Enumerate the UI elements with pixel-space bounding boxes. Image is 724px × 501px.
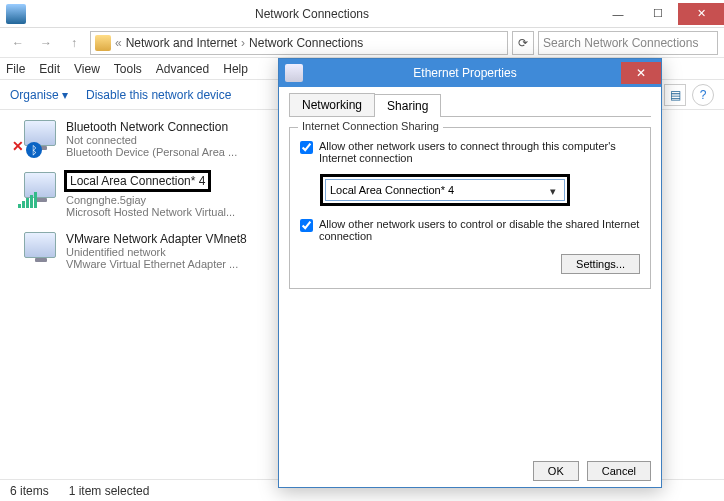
forward-button[interactable]: → (34, 31, 58, 55)
connection-name: VMware Network Adapter VMnet8 (66, 232, 247, 246)
help-button[interactable]: ? (692, 84, 714, 106)
home-connection-dropdown[interactable]: Local Area Connection* 4 ▾ (325, 179, 565, 201)
back-button[interactable]: ← (6, 31, 30, 55)
location-icon (95, 35, 111, 51)
minimize-button[interactable]: — (598, 3, 638, 25)
maximize-button[interactable]: ☐ (638, 3, 678, 25)
connection-icon: ✕ ᛒ (12, 120, 56, 156)
menu-edit[interactable]: Edit (39, 62, 60, 76)
connection-status: Congnghe.5giay (66, 194, 235, 206)
ok-button[interactable]: OK (533, 461, 579, 481)
menu-advanced[interactable]: Advanced (156, 62, 209, 76)
cancel-button[interactable]: Cancel (587, 461, 651, 481)
disable-device-button[interactable]: Disable this network device (86, 88, 231, 102)
connection-status: Not connected (66, 134, 237, 146)
connection-name: Local Area Connection* 4 (64, 170, 211, 192)
menu-tools[interactable]: Tools (114, 62, 142, 76)
menu-file[interactable]: File (6, 62, 25, 76)
close-button[interactable]: ✕ (678, 3, 724, 25)
dialog-tabs: Networking Sharing (289, 93, 651, 117)
refresh-button[interactable]: ⟳ (512, 31, 534, 55)
breadcrumb-item[interactable]: Network and Internet (126, 36, 237, 50)
settings-button[interactable]: Settings... (561, 254, 640, 274)
breadcrumb-item[interactable]: Network Connections (249, 36, 363, 50)
connection-name: Bluetooth Network Connection (66, 120, 237, 134)
address-bar[interactable]: « Network and Internet › Network Connect… (90, 31, 508, 55)
up-button[interactable]: ↑ (62, 31, 86, 55)
disconnected-icon: ✕ (12, 138, 24, 154)
dialog-title: Ethernet Properties (309, 66, 621, 80)
connection-device: VMware Virtual Ethernet Adapter ... (66, 258, 247, 270)
chevron-down-icon: ▾ (545, 183, 561, 199)
dropdown-value: Local Area Connection* 4 (330, 184, 454, 196)
menu-help[interactable]: Help (223, 62, 248, 76)
allow-connect-label: Allow other network users to connect thr… (319, 140, 640, 164)
allow-control-checkbox[interactable]: Allow other network users to control or … (300, 218, 640, 242)
breadcrumb-prefix: « (115, 36, 122, 50)
connection-icon (12, 172, 56, 208)
connection-device: Bluetooth Device (Personal Area ... (66, 146, 237, 158)
app-icon (6, 4, 26, 24)
connection-icon (12, 232, 56, 268)
group-legend: Internet Connection Sharing (298, 120, 443, 132)
allow-connect-checkbox[interactable]: Allow other network users to connect thr… (300, 140, 640, 164)
item-count: 6 items (10, 484, 49, 498)
allow-control-label: Allow other network users to control or … (319, 218, 640, 242)
connection-status: Unidentified network (66, 246, 247, 258)
window-titlebar: Network Connections — ☐ ✕ (0, 0, 724, 28)
allow-connect-input[interactable] (300, 141, 313, 154)
menu-view[interactable]: View (74, 62, 100, 76)
connection-device: Microsoft Hosted Network Virtual... (66, 206, 235, 218)
allow-control-input[interactable] (300, 219, 313, 232)
nav-bar: ← → ↑ « Network and Internet › Network C… (0, 28, 724, 58)
signal-icon (18, 192, 37, 208)
tab-networking[interactable]: Networking (289, 93, 375, 116)
breadcrumb-sep-icon: › (241, 36, 245, 50)
dialog-close-button[interactable]: ✕ (621, 62, 661, 84)
ics-group: Internet Connection Sharing Allow other … (289, 127, 651, 289)
properties-dialog: Ethernet Properties ✕ Networking Sharing… (278, 58, 662, 488)
search-input[interactable]: Search Network Connections (538, 31, 718, 55)
tab-sharing[interactable]: Sharing (374, 94, 441, 117)
dialog-titlebar: Ethernet Properties ✕ (279, 59, 661, 87)
details-pane-button[interactable]: ▤ (664, 84, 686, 106)
search-placeholder: Search Network Connections (543, 36, 698, 50)
organise-button[interactable]: Organise ▾ (10, 88, 68, 102)
selection-count: 1 item selected (69, 484, 150, 498)
dialog-icon (285, 64, 303, 82)
window-title: Network Connections (26, 7, 598, 21)
bluetooth-icon: ᛒ (26, 142, 42, 158)
